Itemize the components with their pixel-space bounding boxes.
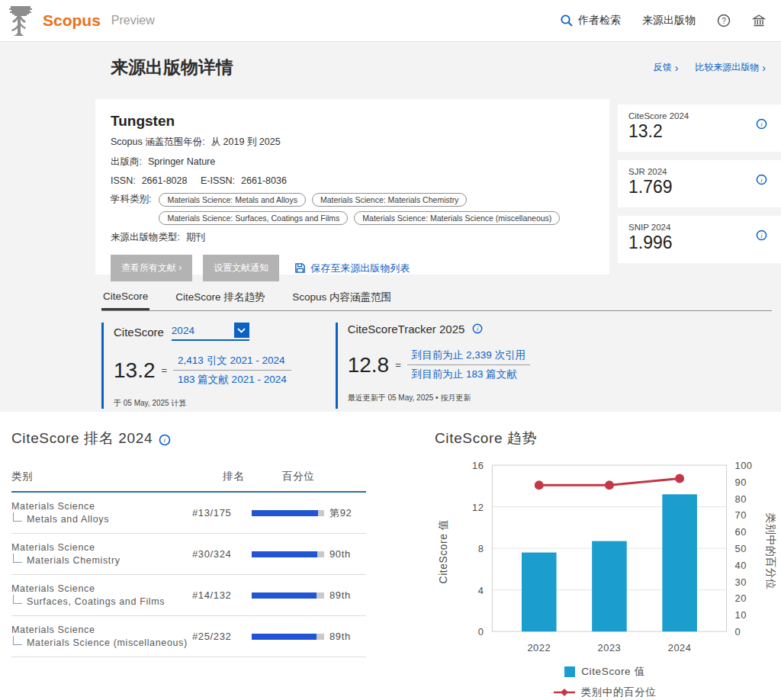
tree-connector-icon: [13, 636, 22, 645]
citescore-panel-title: CiteScore: [114, 326, 164, 339]
svg-text:10: 10: [734, 609, 746, 621]
view-all-documents-label: 查看所有文献: [121, 262, 176, 273]
info-icon[interactable]: i: [756, 174, 767, 185]
bar-legend-swatch-icon: [564, 666, 575, 677]
tab-citescore-rank-trend[interactable]: CiteScore 排名趋势: [174, 286, 266, 310]
set-document-alert-label: 设置文献通知: [214, 262, 268, 273]
journal-info-card: Tungsten Scopus 涵盖范围年份:从 2019 到 2025 出版商…: [95, 99, 609, 275]
subject-chip: Materials Science: Metals and Alloys: [159, 193, 305, 207]
tab-scopus-coverage[interactable]: Scopus 内容涵盖范围: [291, 286, 393, 310]
column-percentile: 百分位: [282, 470, 366, 483]
info-icon[interactable]: i: [756, 118, 767, 130]
source-type-line: 来源出版物类型:期刊: [111, 231, 594, 244]
trend-chart-title: CiteScore 趋势: [435, 429, 537, 448]
category-parent: Materials Science: [11, 583, 192, 594]
nav-author-search-label: 作者检索: [578, 14, 621, 27]
nav-sources-label: 来源出版物: [642, 14, 696, 27]
institution-button[interactable]: [752, 14, 766, 27]
chevron-down-icon: [234, 323, 249, 338]
nav-author-search[interactable]: 作者检索: [560, 14, 621, 27]
metric-value: 1.769: [628, 177, 770, 197]
column-rank: 排名: [223, 470, 282, 483]
tracker-value: 12.8: [348, 353, 390, 377]
legend-percentile: 类别中的百分位: [554, 686, 657, 699]
tree-connector-icon: [13, 595, 22, 604]
citescore-panel: CiteScore 2024 13.2 = 2,413 引文 2021 - 20…: [101, 323, 291, 409]
journal-title: Tungsten: [111, 113, 594, 130]
citescore-numerator-link[interactable]: 2,413 引文 2021 - 2024: [173, 352, 291, 370]
info-icon[interactable]: i: [159, 433, 170, 445]
subject-chip: Materials Science: Materials Chemistry: [312, 193, 467, 207]
chevron-right-icon: ›: [762, 63, 766, 73]
snip-metric-card: SNIP 2024 1.996 i: [618, 216, 781, 263]
institution-icon: [752, 14, 766, 27]
feedback-link[interactable]: 反馈 ›: [654, 61, 679, 74]
subject-chip: Materials Science: Materials Science (mi…: [354, 211, 560, 225]
citescore-year-value: 2024: [172, 325, 194, 336]
subject-areas-line: 学科类别: Materials Science: Metals and Allo…: [111, 193, 594, 225]
subject-chip: Materials Science: Surfaces, Coatings an…: [159, 211, 348, 225]
table-row: Materials Science Materials Chemistry #3…: [11, 534, 366, 575]
brand-suffix: Preview: [111, 14, 155, 27]
svg-text:i: i: [760, 232, 763, 239]
svg-text:2024: 2024: [668, 642, 692, 653]
brand-name: Scopus: [43, 11, 101, 30]
column-category: 类别: [11, 470, 223, 483]
table-row: Materials Science Surfaces, Coatings and…: [11, 575, 366, 616]
tracker-numerator-link[interactable]: 到目前为止 2,339 次引用: [407, 346, 530, 364]
svg-text:0: 0: [734, 626, 741, 637]
equals-sign: =: [395, 359, 401, 371]
compare-sources-link[interactable]: 比较来源出版物 ›: [695, 61, 766, 74]
tree-connector-icon: [13, 512, 22, 522]
svg-text:50: 50: [734, 543, 746, 554]
citescore-denominator-link[interactable]: 183 篇文献 2021 - 2024: [173, 371, 291, 389]
category-child: Materials Science (miscellaneous): [27, 637, 188, 648]
view-all-documents-button[interactable]: 查看所有文献 ›: [111, 255, 192, 281]
citescore-year-dropdown[interactable]: 2024: [172, 323, 249, 341]
rank-value: #30/324: [192, 548, 252, 560]
category-parent: Materials Science: [11, 542, 192, 553]
percentile-label: 第92: [329, 506, 352, 520]
chevron-right-icon: ›: [178, 262, 182, 273]
svg-text:i: i: [760, 176, 763, 184]
ranking-table-header: 类别 排名 百分位: [11, 470, 366, 493]
scopus-logo[interactable]: Scopus Preview: [0, 5, 155, 37]
tree-connector-icon: [13, 554, 22, 563]
set-document-alert-button[interactable]: 设置文献通知: [203, 255, 279, 281]
header-nav: 作者检索 来源出版物 ?: [560, 14, 781, 27]
citescore-ranking-widget: CiteScore 排名 2024 i 类别 排名 百分位 Materials …: [11, 429, 366, 657]
sjr-metric-card: SJR 2024 1.769 i: [618, 160, 781, 207]
chart-legend: CiteScore 值 类别中的百分位: [433, 665, 776, 699]
help-button[interactable]: ?: [717, 14, 731, 27]
citescore-widgets-region: CiteScore 排名 2024 i 类别 排名 百分位 Materials …: [0, 412, 781, 700]
svg-text:70: 70: [734, 509, 746, 521]
svg-text:40: 40: [734, 560, 746, 571]
save-to-source-list-link[interactable]: 保存至来源出版物列表: [294, 262, 410, 275]
svg-text:4: 4: [478, 585, 484, 596]
table-row: Materials Science Metals and Alloys #13/…: [11, 493, 366, 534]
svg-text:2023: 2023: [598, 642, 622, 653]
legend-citescore-label: CiteScore 值: [581, 665, 645, 679]
percentile-label: 89th: [329, 631, 351, 642]
citescore-footnote: 于 05 May, 2025 计算: [114, 398, 291, 409]
category-parent: Materials Science: [11, 625, 192, 635]
feedback-label: 反馈: [654, 61, 672, 74]
metric-label: SJR 2024: [628, 167, 770, 176]
issn-line: ISSN:2661-8028 E-ISSN:2661-8036: [111, 175, 594, 186]
percentile-bar: [252, 551, 324, 557]
percentile-bar: [252, 592, 324, 599]
percentile-bar: [252, 634, 324, 640]
tab-citescore[interactable]: CiteScore: [101, 286, 149, 310]
tabs: CiteScore CiteScore 排名趋势 Scopus 内容涵盖范围: [101, 286, 772, 311]
equals-sign: =: [162, 364, 168, 376]
nav-sources[interactable]: 来源出版物: [642, 14, 696, 27]
metric-label: SNIP 2024: [628, 223, 770, 232]
elsevier-tree-icon: [6, 5, 35, 37]
tracker-denominator-link[interactable]: 到目前为止 183 篇文献: [407, 365, 530, 384]
category-child: Materials Chemistry: [27, 555, 121, 566]
category-child: Surfaces, Coatings and Films: [27, 596, 165, 607]
info-icon[interactable]: i: [472, 323, 484, 335]
citescore-value: 13.2: [114, 358, 156, 383]
citescore-tracker-panel: CiteScoreTracker 2025 i 12.8 = 到目前为止 2,3…: [336, 323, 530, 409]
info-icon[interactable]: i: [756, 230, 767, 241]
